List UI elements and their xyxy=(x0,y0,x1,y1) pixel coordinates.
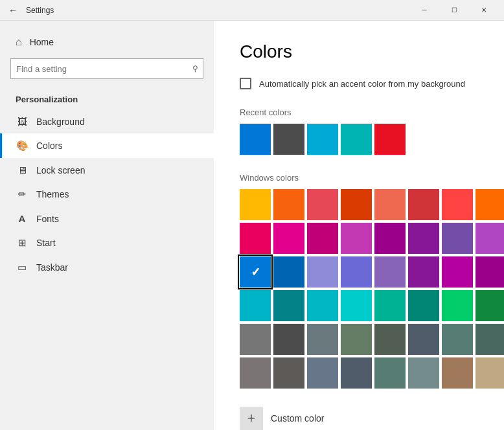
search-container: ⚲ xyxy=(10,58,203,79)
windows-color-swatch[interactable] xyxy=(240,324,271,355)
fonts-icon: A xyxy=(16,213,29,224)
windows-color-swatch[interactable] xyxy=(408,357,439,389)
custom-color-button[interactable]: + xyxy=(240,407,263,430)
sidebar-item-lock-screen[interactable]: 🖥 Lock screen xyxy=(0,158,214,182)
windows-color-swatch[interactable] xyxy=(341,324,372,355)
windows-color-swatch[interactable] xyxy=(273,324,304,355)
colors-icon: 🎨 xyxy=(16,140,29,152)
windows-color-swatch[interactable] xyxy=(408,256,439,288)
windows-color-swatch[interactable] xyxy=(374,324,406,355)
sidebar-item-taskbar-label: Taskbar xyxy=(36,262,68,273)
recent-color-swatch[interactable] xyxy=(374,124,406,155)
custom-color-row[interactable]: + Custom color xyxy=(240,402,478,430)
auto-pick-label: Automatically pick an accent color from … xyxy=(259,79,465,89)
windows-color-swatch[interactable] xyxy=(408,223,439,254)
home-label: Home xyxy=(30,37,54,47)
sidebar: ⌂ Home ⚲ Personalization 🖼 Background 🎨 … xyxy=(0,21,214,430)
windows-color-swatch[interactable] xyxy=(240,223,271,254)
recent-color-swatch[interactable] xyxy=(341,124,372,155)
home-icon: ⌂ xyxy=(16,36,22,48)
recent-colors-label: Recent colors xyxy=(240,107,478,117)
start-icon: ⊞ xyxy=(16,237,29,249)
windows-color-swatch[interactable] xyxy=(374,256,406,288)
windows-color-swatch[interactable] xyxy=(273,256,304,288)
windows-color-swatch[interactable] xyxy=(307,290,338,321)
windows-color-swatch[interactable] xyxy=(240,290,271,321)
windows-color-swatch[interactable] xyxy=(475,324,504,355)
windows-color-swatch[interactable] xyxy=(307,357,338,389)
windows-color-swatch[interactable] xyxy=(475,189,504,220)
sidebar-section-title: Personalization xyxy=(0,89,214,109)
windows-color-swatch[interactable] xyxy=(273,189,304,220)
recent-color-swatch[interactable] xyxy=(273,124,304,155)
windows-color-swatch[interactable] xyxy=(442,189,473,220)
windows-color-swatch[interactable] xyxy=(307,324,338,355)
maximize-button[interactable]: ☐ xyxy=(439,0,469,21)
recent-color-swatch[interactable] xyxy=(240,124,271,155)
windows-color-swatch[interactable] xyxy=(307,223,338,254)
close-button[interactable]: ✕ xyxy=(469,0,499,21)
recent-color-swatch[interactable] xyxy=(307,124,338,155)
background-icon: 🖼 xyxy=(16,116,29,127)
sidebar-item-home[interactable]: ⌂ Home xyxy=(0,31,214,53)
windows-color-swatch[interactable] xyxy=(442,223,473,254)
sidebar-item-start-label: Start xyxy=(36,238,56,248)
custom-color-label: Custom color xyxy=(271,413,324,424)
windows-color-swatch[interactable] xyxy=(374,223,406,254)
minimize-button[interactable]: ─ xyxy=(409,0,439,21)
app-body: ⌂ Home ⚲ Personalization 🖼 Background 🎨 … xyxy=(0,21,504,430)
sidebar-item-start[interactable]: ⊞ Start xyxy=(0,231,214,255)
search-icon: ⚲ xyxy=(192,64,198,73)
sidebar-item-background[interactable]: 🖼 Background xyxy=(0,109,214,133)
windows-color-swatch[interactable] xyxy=(442,290,473,321)
sidebar-item-lock-screen-label: Lock screen xyxy=(36,165,85,175)
search-input[interactable] xyxy=(10,58,203,79)
windows-color-swatch[interactable] xyxy=(374,189,406,220)
windows-color-swatch[interactable] xyxy=(475,357,504,389)
windows-color-swatch[interactable] xyxy=(341,189,372,220)
windows-color-swatch[interactable] xyxy=(307,189,338,220)
windows-colors-label: Windows colors xyxy=(240,173,478,183)
windows-color-swatch[interactable] xyxy=(408,324,439,355)
windows-color-swatch[interactable] xyxy=(442,324,473,355)
windows-color-swatch[interactable] xyxy=(408,290,439,321)
windows-color-swatch[interactable] xyxy=(341,357,372,389)
windows-color-swatch[interactable] xyxy=(408,189,439,220)
back-button[interactable]: ← xyxy=(5,3,21,18)
windows-color-swatch[interactable] xyxy=(273,357,304,389)
windows-color-swatch[interactable] xyxy=(341,290,372,321)
windows-color-swatch[interactable] xyxy=(341,256,372,288)
windows-color-swatch[interactable] xyxy=(475,256,504,288)
sidebar-item-background-label: Background xyxy=(36,117,85,127)
page-title: Colors xyxy=(240,41,478,62)
sidebar-item-fonts-label: Fonts xyxy=(36,214,59,224)
sidebar-item-themes[interactable]: ✏ Themes xyxy=(0,182,214,207)
auto-pick-checkbox[interactable] xyxy=(240,78,251,89)
title-bar: ← Settings ─ ☐ ✕ xyxy=(0,0,504,21)
windows-color-swatch[interactable] xyxy=(307,256,338,288)
windows-color-swatch[interactable] xyxy=(475,290,504,321)
sidebar-item-colors-label: Colors xyxy=(36,141,62,151)
themes-icon: ✏ xyxy=(16,188,29,200)
window-title: Settings xyxy=(26,6,409,15)
window-controls: ─ ☐ ✕ xyxy=(409,0,499,21)
windows-color-swatch[interactable] xyxy=(341,223,372,254)
windows-colors-grid: ✓ xyxy=(240,189,478,389)
main-content: Colors Automatically pick an accent colo… xyxy=(214,21,504,430)
windows-color-swatch[interactable] xyxy=(374,357,406,389)
recent-colors-container xyxy=(240,124,478,155)
windows-color-swatch[interactable] xyxy=(442,256,473,288)
sidebar-item-taskbar[interactable]: ▭ Taskbar xyxy=(0,255,214,280)
windows-color-swatch[interactable] xyxy=(374,290,406,321)
windows-color-swatch[interactable] xyxy=(273,223,304,254)
windows-color-swatch[interactable] xyxy=(475,223,504,254)
windows-color-swatch[interactable] xyxy=(273,290,304,321)
windows-color-swatch[interactable] xyxy=(240,189,271,220)
windows-color-swatch[interactable]: ✓ xyxy=(240,256,271,288)
lock-screen-icon: 🖥 xyxy=(16,164,29,175)
windows-color-swatch[interactable] xyxy=(240,357,271,389)
windows-color-swatch[interactable] xyxy=(442,357,473,389)
sidebar-item-themes-label: Themes xyxy=(36,189,69,199)
sidebar-item-fonts[interactable]: A Fonts xyxy=(0,207,214,231)
sidebar-item-colors[interactable]: 🎨 Colors xyxy=(0,133,214,158)
